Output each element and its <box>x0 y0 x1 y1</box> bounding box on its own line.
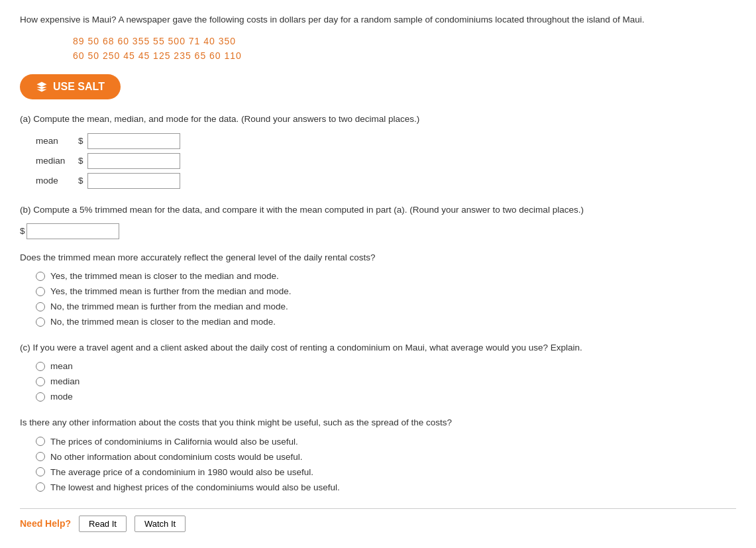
mean-dollar: $ <box>78 136 83 146</box>
followup-option-2: No other information about condominium c… <box>36 452 736 462</box>
part-b-option-2: Yes, the trimmed mean is further from th… <box>36 286 736 296</box>
part-b-radio-2[interactable] <box>36 287 45 296</box>
followup-section: Is there any other information about the… <box>20 416 736 492</box>
followup-option-1: The prices of condominiums in California… <box>36 437 736 447</box>
part-c-section: (c) If you were a travel agent and a cli… <box>20 341 736 402</box>
part-c-radio-mean[interactable] <box>36 362 45 371</box>
part-a-section: (a) Compute the mean, median, and mode f… <box>20 113 736 188</box>
mean-input[interactable] <box>87 133 180 149</box>
followup-option-4: The lowest and highest prices of the con… <box>36 482 736 492</box>
median-row: median $ <box>36 153 736 169</box>
followup-question: Is there any other information about the… <box>20 416 736 429</box>
trimmed-mean-input[interactable] <box>27 223 119 239</box>
followup-radio-3[interactable] <box>36 467 45 476</box>
mode-input[interactable] <box>87 173 180 189</box>
followup-option-2-label: No other information about condominium c… <box>50 452 302 462</box>
watch-it-button[interactable]: Watch It <box>135 516 186 532</box>
part-b-radio-4[interactable] <box>36 317 45 327</box>
part-c-label: (c) If you were a travel agent and a cli… <box>20 341 736 355</box>
followup-radio-1[interactable] <box>36 437 45 446</box>
median-input[interactable] <box>87 153 180 169</box>
followup-option-3: The average price of a condominium in 19… <box>36 467 736 477</box>
part-a-label: (a) Compute the mean, median, and mode f… <box>20 113 736 126</box>
part-b-label: (b) Compute a 5% trimmed mean for the da… <box>20 203 736 217</box>
trimmed-dollar: $ <box>20 226 25 236</box>
trimmed-question: Does the trimmed mean more accurately re… <box>20 251 736 264</box>
part-b-option-3: No, the trimmed mean is further from the… <box>36 301 736 311</box>
mean-row: mean $ <box>36 133 736 149</box>
median-dollar: $ <box>78 156 83 166</box>
followup-option-3-label: The average price of a condominium in 19… <box>50 467 313 477</box>
followup-option-1-label: The prices of condominiums in California… <box>50 437 298 447</box>
followup-radio-group: The prices of condominiums in California… <box>36 437 736 492</box>
footer-bar: Need Help? Read It Watch It <box>20 508 736 532</box>
part-c-option-mean: mean <box>36 361 736 371</box>
part-b-option-1-label: Yes, the trimmed mean is closer to the m… <box>50 271 279 281</box>
part-c-option-mode: mode <box>36 392 736 402</box>
need-help-label: Need Help? <box>20 518 71 529</box>
part-c-mean-label: mean <box>50 361 73 371</box>
part-b-option-4: No, the trimmed mean is closer to the me… <box>36 317 736 327</box>
use-salt-button[interactable]: USE SALT <box>20 74 121 99</box>
mode-row: mode $ <box>36 173 736 189</box>
part-b-option-4-label: No, the trimmed mean is closer to the me… <box>50 317 276 327</box>
part-b-option-1: Yes, the trimmed mean is closer to the m… <box>36 271 736 281</box>
part-b-radio-3[interactable] <box>36 302 45 311</box>
part-b-radio-group: Yes, the trimmed mean is closer to the m… <box>36 271 736 327</box>
salt-icon <box>36 81 48 93</box>
part-c-option-median: median <box>36 376 736 386</box>
followup-option-4-label: The lowest and highest prices of the con… <box>50 482 340 492</box>
part-b-option-3-label: No, the trimmed mean is further from the… <box>50 301 288 311</box>
intro-text: How expensive is Maui? A newspaper gave … <box>20 13 736 27</box>
part-c-mode-label: mode <box>50 392 73 402</box>
mean-label: mean <box>36 136 76 146</box>
part-c-radio-mode[interactable] <box>36 392 45 402</box>
followup-radio-2[interactable] <box>36 452 45 461</box>
part-c-median-label: median <box>50 376 80 386</box>
read-it-button[interactable]: Read It <box>79 516 127 532</box>
mode-label: mode <box>36 176 76 186</box>
followup-radio-4[interactable] <box>36 482 45 492</box>
part-b-section: (b) Compute a 5% trimmed mean for the da… <box>20 203 736 327</box>
use-salt-label: USE SALT <box>53 81 105 93</box>
data-row-1: 89 50 68 60 355 55 500 71 40 350 <box>73 36 736 46</box>
part-b-radio-1[interactable] <box>36 272 45 281</box>
part-b-option-2-label: Yes, the trimmed mean is further from th… <box>50 286 291 296</box>
mode-dollar: $ <box>78 176 83 186</box>
data-row-2: 60 50 250 45 45 125 235 65 60 110 <box>73 50 736 61</box>
trimmed-input-row: $ <box>20 223 736 239</box>
median-label: median <box>36 156 76 166</box>
part-c-radio-group: mean median mode <box>36 361 736 402</box>
part-c-radio-median[interactable] <box>36 377 45 386</box>
